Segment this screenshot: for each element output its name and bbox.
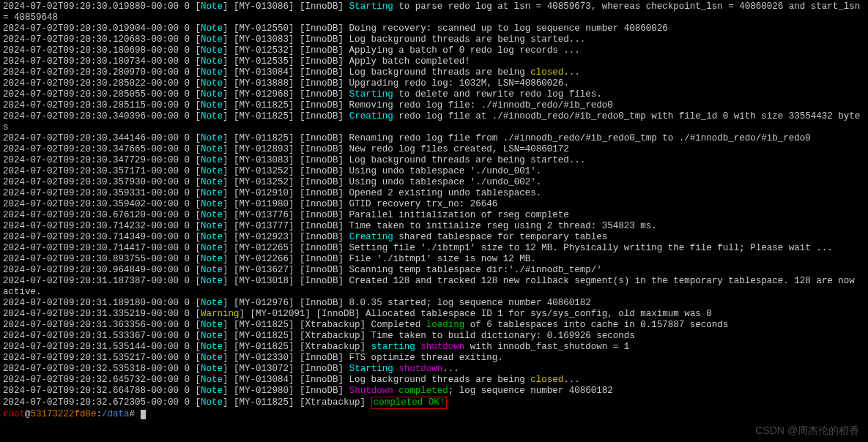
prompt-host: 53173222fd8e (31, 409, 97, 419)
log-segment: [MY-012923] [InnoDB] (234, 232, 349, 242)
log-segment: [MY-013086] [InnoDB] (234, 1, 349, 12)
log-segment: [ (196, 386, 201, 396)
log-segment: 2024-07-02T09:20:31.535144-00:00 0 (3, 342, 196, 352)
log-segment: Note (201, 353, 223, 363)
log-segment: ] (223, 199, 234, 209)
log-line: 2024-07-02T09:20:30.019904-00:00 0 [Note… (3, 23, 865, 34)
log-segment: [MY-013084] [InnoDB] Log background thre… (234, 375, 530, 385)
log-line: 2024-07-02T09:20:31.189180-00:00 0 [Note… (3, 298, 865, 309)
log-segment: [MY-012980] [InnoDB] (234, 386, 349, 396)
log-segment: [MY-011825] [Xtrabackup] (234, 342, 371, 352)
log-segment: [MY-012910] [InnoDB] Opened 2 existing u… (234, 188, 541, 198)
log-segment: 2024-07-02T09:20:32.664788-00:00 0 (3, 386, 196, 396)
log-segment: [MY-011825] [Xtrabackup] (234, 397, 371, 408)
log-segment: ] (223, 144, 234, 154)
log-segment: [ (196, 89, 201, 100)
log-segment: [ (196, 221, 201, 231)
log-segment: [ (196, 210, 201, 220)
prompt-user: root (3, 409, 25, 419)
log-segment: Note (201, 111, 223, 121)
log-segment: [MY-011980] [InnoDB] GTID recovery trx_n… (234, 199, 497, 209)
log-segment: [ (196, 144, 201, 154)
log-segment: [MY-012091] [InnoDB] Allocated tablespac… (251, 309, 712, 319)
log-line: 2024-07-02T09:20:30.714232-00:00 0 [Note… (3, 221, 865, 232)
log-segment: [MY-011825] [Xtrabackup] Time taken to b… (234, 331, 635, 341)
log-segment: ] (223, 78, 234, 89)
log-segment: Creating (349, 232, 393, 242)
log-segment: 2024-07-02T09:20:32.672305-00:00 0 (3, 397, 196, 408)
log-segment: [ (196, 254, 201, 264)
log-segment: [ (196, 375, 201, 385)
completed-ok-highlight: completed OK! (371, 397, 448, 409)
log-segment: ] (223, 298, 234, 308)
prompt-colon: : (97, 409, 103, 419)
log-segment: Note (201, 67, 223, 78)
log-line: 2024-07-02T09:20:30.180734-00:00 0 [Note… (3, 56, 865, 67)
log-segment: Note (201, 78, 223, 89)
log-segment: [MY-013888] [InnoDB] Upgrading redo log:… (234, 78, 569, 89)
log-line: 2024-07-02T09:20:30.280970-00:00 0 [Note… (3, 67, 865, 78)
log-line: 2024-07-02T09:20:31.535217-00:00 0 [Note… (3, 353, 865, 364)
log-segment: starting (371, 342, 415, 352)
cursor (141, 410, 146, 419)
log-segment: 2024-07-02T09:20:30.714417-00:00 0 (3, 243, 196, 253)
log-segment: ] (223, 111, 234, 121)
log-segment: 2024-07-02T09:20:32.535318-00:00 0 (3, 364, 196, 374)
log-segment: [MY-012532] [InnoDB] Applying a batch of… (234, 45, 580, 56)
log-segment: [MY-013083] [InnoDB] Log background thre… (234, 155, 585, 165)
log-segment: [ (196, 177, 201, 187)
log-segment: [MY-012893] [InnoDB] New redo log files … (234, 144, 569, 154)
log-segment: ] (223, 45, 234, 56)
log-segment: ] (223, 100, 234, 110)
log-line: 2024-07-02T09:20:30.359331-00:00 0 [Note… (3, 188, 865, 199)
log-line: 2024-07-02T09:20:32.645732-00:00 0 [Note… (3, 375, 865, 386)
log-segment: ] (223, 1, 234, 12)
log-segment: 2024-07-02T09:20:31.335219-00:00 0 (3, 309, 196, 319)
log-segment: [ (196, 342, 201, 352)
log-segment: ] (223, 155, 234, 165)
log-segment: ] (223, 254, 234, 264)
log-line: 2024-07-02T09:20:31.187387-00:00 0 [Note… (3, 276, 865, 298)
log-line: 2024-07-02T09:20:30.340396-00:00 0 [Note… (3, 111, 865, 133)
log-segment: [ (196, 23, 201, 34)
log-segment: Note (201, 45, 223, 56)
log-line: 2024-07-02T09:20:30.893755-00:00 0 [Note… (3, 254, 865, 265)
log-segment: 2024-07-02T09:20:30.344146-00:00 0 (3, 133, 196, 143)
prompt-symbol: # (130, 409, 141, 419)
log-segment: ] (223, 23, 234, 34)
log-line: 2024-07-02T09:20:30.285055-00:00 0 [Note… (3, 89, 865, 100)
log-segment: Note (201, 23, 223, 34)
log-segment: 2024-07-02T09:20:31.189180-00:00 0 (3, 298, 196, 308)
log-segment: [MY-012968] [InnoDB] (234, 89, 349, 100)
shell-prompt[interactable]: root@53173222fd8e:/data# (3, 409, 865, 420)
log-segment: [MY-013083] [InnoDB] Log background thre… (234, 34, 585, 45)
log-segment: [ (196, 243, 201, 253)
log-segment: ... (442, 364, 459, 374)
log-line: 2024-07-02T09:20:31.363356-00:00 0 [Note… (3, 320, 865, 331)
log-segment: ] (223, 133, 234, 143)
log-segment: [ (196, 276, 201, 286)
log-segment: Note (201, 265, 223, 275)
log-segment: ; log sequence number 40860182 (448, 386, 613, 396)
log-segment: ] (223, 276, 234, 286)
log-segment: ] (223, 265, 234, 275)
terminal-output[interactable]: 2024-07-02T09:20:30.019880-00:00 0 [Note… (0, 0, 868, 422)
log-segment: [MY-011825] [InnoDB] Removing redo log f… (234, 100, 613, 110)
log-segment: ] (223, 210, 234, 220)
log-segment: [MY-013627] [InnoDB] Scanning temp table… (234, 265, 602, 275)
log-segment: [ (196, 298, 201, 308)
log-segment: 2024-07-02T09:20:30.359402-00:00 0 (3, 199, 196, 209)
log-segment: [ (196, 56, 201, 67)
log-segment: [ (196, 364, 201, 374)
watermark: CSDN @周杰伦的稻香 (755, 424, 859, 438)
log-segment: 2024-07-02T09:20:30.893755-00:00 0 (3, 254, 196, 264)
log-segment: ] (223, 177, 234, 187)
log-line: 2024-07-02T09:20:30.120683-00:00 0 [Note… (3, 34, 865, 45)
log-segment: Note (201, 397, 223, 408)
log-segment: [ (196, 353, 201, 363)
log-line: 2024-07-02T09:20:30.964849-00:00 0 [Note… (3, 265, 865, 276)
log-line: 2024-07-02T09:20:31.335219-00:00 0 [Warn… (3, 309, 865, 320)
log-segment: Starting (349, 89, 393, 100)
log-segment: ] (223, 56, 234, 67)
log-segment: [ (196, 78, 201, 89)
